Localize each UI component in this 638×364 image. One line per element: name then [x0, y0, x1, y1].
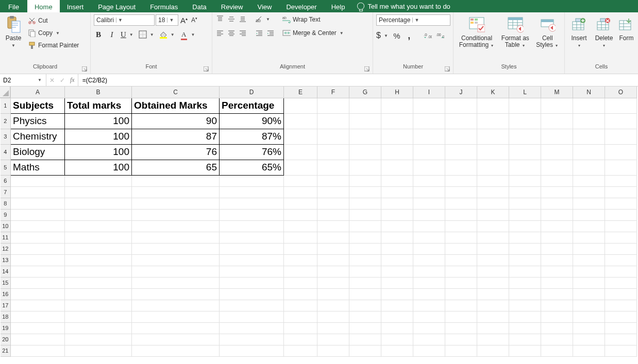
cell[interactable] [477, 334, 509, 345]
cell[interactable] [317, 129, 349, 144]
copy-button[interactable]: Copy ▼ [26, 28, 81, 38]
format-cells-button[interactable]: Form [618, 14, 634, 43]
column-header[interactable]: H [381, 86, 413, 98]
decrease-decimal-button[interactable]: .00.0 [435, 31, 445, 40]
row-header[interactable]: 12 [1, 243, 11, 254]
cell[interactable] [284, 243, 317, 254]
cell[interactable] [11, 198, 65, 209]
cell[interactable] [349, 98, 381, 113]
cell[interactable] [445, 160, 477, 175]
cell[interactable] [284, 345, 317, 356]
cell[interactable] [605, 98, 637, 113]
merge-center-button[interactable]: Merge & Center ▼ [280, 28, 347, 38]
cell[interactable] [349, 254, 381, 266]
cell[interactable] [132, 198, 220, 209]
row-header[interactable]: 7 [1, 186, 11, 198]
cell[interactable] [541, 311, 573, 322]
wrap-text-button[interactable]: ab Wrap Text [280, 14, 347, 25]
cell[interactable] [477, 98, 509, 113]
cell[interactable] [413, 232, 445, 243]
underline-button[interactable]: U▼ [121, 30, 135, 39]
cell[interactable] [445, 277, 477, 288]
data-cell[interactable]: 100 [65, 160, 132, 175]
column-header[interactable]: B [65, 86, 132, 98]
cell[interactable] [317, 254, 349, 266]
cell[interactable] [413, 334, 445, 345]
cell[interactable] [509, 175, 541, 186]
cell[interactable] [445, 311, 477, 322]
cell[interactable] [220, 277, 284, 288]
column-header[interactable]: G [349, 86, 381, 98]
cell[interactable] [317, 220, 349, 232]
delete-cells-button[interactable]: Delete▾ [593, 14, 615, 49]
insert-cells-button[interactable]: Insert▾ [569, 14, 590, 49]
row-header[interactable]: 15 [1, 277, 11, 288]
align-left-button[interactable] [215, 29, 225, 38]
cell[interactable] [284, 232, 317, 243]
cell[interactable] [11, 175, 65, 186]
row-header[interactable]: 1 [1, 98, 11, 113]
cell-styles-button[interactable]: CellStyles ▾ [534, 14, 561, 49]
cell[interactable] [573, 113, 605, 129]
row-header[interactable]: 5 [1, 160, 11, 175]
column-header[interactable]: L [509, 86, 541, 98]
cell[interactable] [445, 98, 477, 113]
cell[interactable] [317, 300, 349, 311]
cell[interactable] [445, 220, 477, 232]
data-cell[interactable]: Chemistry [11, 129, 65, 144]
cell[interactable] [317, 209, 349, 220]
cell[interactable] [65, 300, 132, 311]
cell[interactable] [220, 220, 284, 232]
data-cell[interactable]: 100 [65, 129, 132, 144]
data-cell[interactable]: 65 [132, 160, 220, 175]
cell[interactable] [132, 254, 220, 266]
cell[interactable] [445, 144, 477, 160]
cell[interactable] [477, 186, 509, 198]
cell[interactable] [11, 288, 65, 300]
cell[interactable] [445, 345, 477, 356]
cell[interactable] [573, 144, 605, 160]
cell[interactable] [317, 345, 349, 356]
cell[interactable] [11, 277, 65, 288]
dialog-launcher-icon[interactable] [364, 66, 371, 73]
cell[interactable] [445, 232, 477, 243]
cell[interactable] [65, 254, 132, 266]
column-header[interactable]: K [477, 86, 509, 98]
cell[interactable] [573, 129, 605, 144]
cell[interactable] [317, 232, 349, 243]
cell[interactable] [413, 129, 445, 144]
cell[interactable] [220, 186, 284, 198]
cell[interactable] [220, 288, 284, 300]
cell[interactable] [509, 113, 541, 129]
cell[interactable] [349, 160, 381, 175]
cell[interactable] [11, 220, 65, 232]
cell[interactable] [220, 232, 284, 243]
cell[interactable] [413, 186, 445, 198]
cell[interactable] [509, 198, 541, 209]
cell[interactable] [132, 266, 220, 277]
cell[interactable] [65, 198, 132, 209]
cell[interactable] [349, 198, 381, 209]
cell[interactable] [284, 144, 317, 160]
dialog-launcher-icon[interactable] [445, 66, 451, 73]
format-as-table-button[interactable]: Format asTable ▾ [499, 14, 531, 49]
cell[interactable] [284, 98, 317, 113]
cell[interactable] [65, 345, 132, 356]
cell[interactable] [317, 113, 349, 129]
cell[interactable] [573, 334, 605, 345]
cell[interactable] [541, 288, 573, 300]
cell[interactable] [477, 209, 509, 220]
align-middle-button[interactable] [227, 14, 236, 24]
align-center-button[interactable] [227, 29, 236, 38]
cell[interactable] [413, 277, 445, 288]
cell[interactable] [541, 186, 573, 198]
cell[interactable] [284, 288, 317, 300]
cell[interactable] [220, 311, 284, 322]
cell[interactable] [509, 288, 541, 300]
cell[interactable] [11, 334, 65, 345]
data-cell[interactable]: 87 [132, 129, 220, 144]
cell[interactable] [605, 243, 637, 254]
cell[interactable] [284, 254, 317, 266]
cell[interactable] [573, 300, 605, 311]
cell[interactable] [65, 277, 132, 288]
